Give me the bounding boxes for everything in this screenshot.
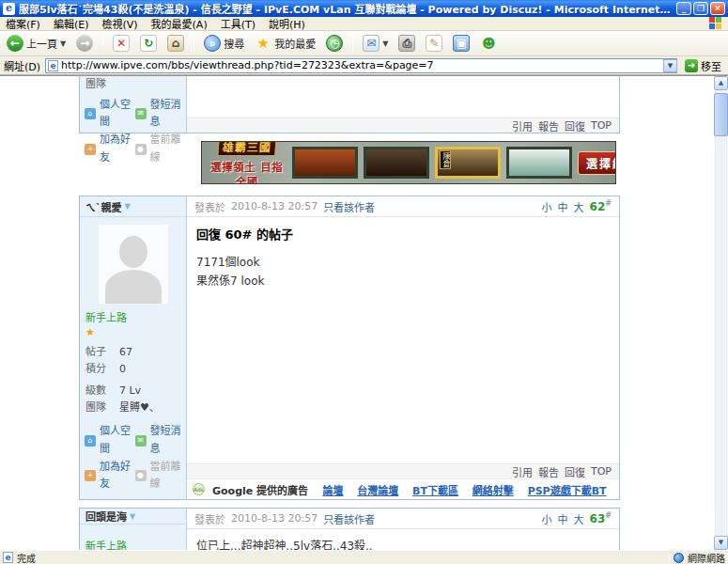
banner-thumb-3[interactable]: 陳倉 [435,147,501,179]
quote-link[interactable]: 引用 [512,464,533,479]
profile-link[interactable]: 個人空間 [100,423,132,458]
pm-icon: ✉ [135,108,147,119]
avatar [99,225,168,304]
ad-link-4[interactable]: 網絡射擊 [472,482,514,497]
address-input[interactable]: e http://www.ipve.com/bbs/viewthread.php… [45,58,677,73]
author-dropdown-icon[interactable]: ▼ [125,202,131,211]
menu-help[interactable]: 說明(H) [269,16,305,31]
font-mid-link[interactable]: 中 [558,199,568,214]
author-dropdown-icon[interactable]: ▼ [130,512,135,521]
refresh-button[interactable]: ↻ [137,34,160,53]
menu-view[interactable]: 檢視(V) [101,16,137,31]
print-button[interactable]: ⎙ [395,34,418,53]
back-button[interactable]: ← 上一頁 ▼ [4,34,69,53]
address-label: 網址(D) [4,58,40,73]
edit-icon: ✎ [426,35,442,52]
pm-link[interactable]: 發短消息 [150,423,182,458]
address-dropdown-icon[interactable]: ▼ [663,59,677,72]
offline-icon: ● [135,144,147,155]
close-button[interactable]: ✕ [710,2,725,15]
history-button[interactable]: ◷ [323,34,346,53]
ads-badge-icon: Ads [193,483,205,495]
menu-edit[interactable]: 編輯(E) [54,16,89,31]
refresh-icon: ↻ [140,35,157,52]
page-canvas: 團隊 ⌂ 個人空間 ✉ 發短消息 + 加為好友 ● 當 [0,76,714,550]
banner-thumb-2[interactable] [364,147,429,179]
address-url[interactable]: http://www.ipve.com/bbs/viewthread.php?t… [61,59,434,71]
posts-label: 帖子 [85,344,110,361]
points-label: 積分 [85,361,110,378]
back-dropdown-icon[interactable]: ▼ [60,39,66,48]
top-link[interactable]: TOP [591,465,612,478]
restore-button[interactable]: ❐ [693,2,708,15]
banner-thumb-1[interactable] [292,147,358,179]
internet-zone-label: 網際網路 [688,551,725,564]
top-link[interactable]: TOP [591,119,612,132]
report-link[interactable]: 報告 [538,464,559,479]
user-rank[interactable]: 新手上路 [80,536,186,550]
menu-favorites[interactable]: 我的最愛(A) [151,16,208,31]
ad-link-5[interactable]: PSP遊戲下載BT [528,482,607,497]
menu-file[interactable]: 檔案(F) [6,16,40,31]
ad-link-2[interactable]: 台灣論壇 [357,482,398,497]
ad-link-3[interactable]: BT下載區 [412,482,458,497]
print-icon: ⎙ [398,35,415,52]
minimize-button[interactable]: _ [676,2,691,15]
banner-ad[interactable]: 雄霸三國 選擇領土 目指全國 陳倉 選擇終了 [201,141,616,184]
points-count: 0 [119,361,126,378]
profile-link[interactable]: 個人空間 [100,97,132,132]
media-button[interactable]: ▣ [450,34,472,53]
reply-link[interactable]: 回復 [565,464,585,479]
banner-confirm-button[interactable]: 選擇終了 [578,151,616,175]
scroll-up-icon[interactable]: ▲ [714,76,728,90]
font-big-link[interactable]: 大 [574,511,584,526]
post-line: 果然係7 look [196,272,610,290]
add-friend-icon: + [85,470,96,481]
only-author-link[interactable]: 只看該作者 [323,199,375,214]
edit-button[interactable]: ✎ [423,34,445,53]
scroll-down-icon[interactable]: ▼ [714,536,728,550]
menu-bar: 檔案(F) 編輯(E) 檢視(V) 我的最愛(A) 工具(T) 說明(H) [0,17,728,31]
menu-tools[interactable]: 工具(T) [221,16,256,31]
add-friend-link[interactable]: 加為好友 [100,459,132,494]
ie-toolbar: ← 上一頁 ▼ → ✕ ↻ ⌂ ⌕ 搜尋 ★ 我的最愛 ◷ ✉ ▼ ⎙ ✎ ▣ … [0,31,728,56]
font-small-link[interactable]: 小 [542,199,552,214]
status-text: 完成 [17,551,36,564]
font-mid-link[interactable]: 中 [558,511,568,526]
team-label: 團隊 [85,400,110,416]
level-label: 級數 [85,383,110,400]
only-author-link[interactable]: 只看該作者 [323,511,375,526]
user-rank[interactable]: 新手上路 [80,307,186,326]
author-name[interactable]: ㄟˋ親愛 [85,199,122,214]
post-62-sidebar: ㄟˋ親愛 ▼ 新手上路 ★ 帖子67 積分0 級數7 Lv 團隊星賻♥、 [80,196,187,499]
banner-logo-block: 雄霸三國 選擇領土 目指全國 [208,141,287,184]
add-friend-link[interactable]: 加為好友 [100,132,132,166]
go-label: 移至 [701,58,721,73]
posted-prefix: 發表於 [194,511,225,526]
ad-link-1[interactable]: 論壇 [322,482,343,497]
quote-link[interactable]: 引用 [512,118,533,133]
pm-link[interactable]: 發短消息 [150,97,182,132]
messenger-button[interactable]: ☻ [477,34,500,53]
report-link[interactable]: 報告 [538,118,559,133]
reply-link[interactable]: 回復 [565,118,585,133]
search-button[interactable]: ⌕ 搜尋 [201,34,247,53]
scrollbar-track[interactable] [714,90,728,536]
back-icon: ← [7,35,23,52]
home-button[interactable]: ⌂ [164,34,187,53]
vertical-scrollbar[interactable]: ▲ ▼ [714,76,728,550]
scrollbar-thumb[interactable] [714,93,728,136]
go-button[interactable]: ➜ 移至 [682,58,724,73]
forward-button[interactable]: → [73,34,96,53]
font-big-link[interactable]: 大 [574,199,584,214]
author-name[interactable]: 回頭是海 [85,509,127,524]
favorites-button[interactable]: ★ 我的最愛 [252,34,318,53]
page-icon: e [48,60,58,71]
font-small-link[interactable]: 小 [542,511,552,526]
banner-thumb-4[interactable] [506,147,572,179]
banner-logo: 雄霸三國 [217,141,276,156]
internet-zone-icon [674,553,684,563]
mail-dropdown-icon[interactable]: ▼ [382,39,388,48]
mail-button[interactable]: ✉ ▼ [360,34,391,53]
stop-button[interactable]: ✕ [110,34,132,53]
